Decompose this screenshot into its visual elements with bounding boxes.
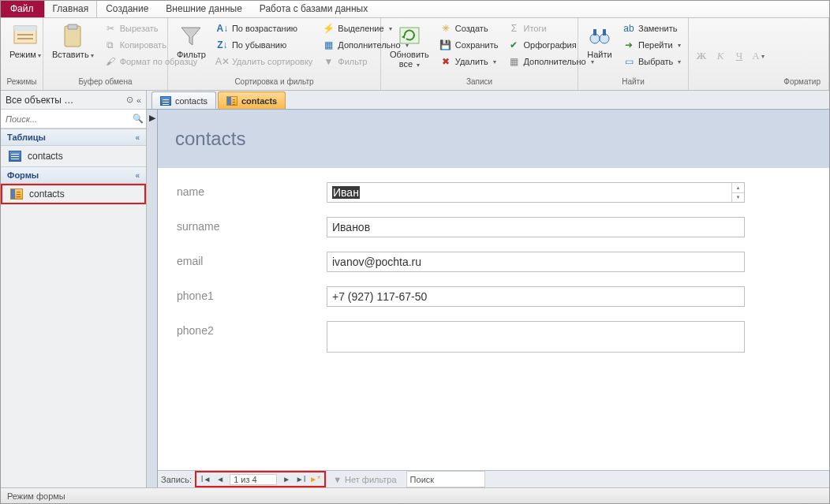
svg-marker-6: [181, 28, 200, 45]
funnel-small-icon: ▼: [322, 55, 335, 68]
delete-icon: ✖: [439, 55, 452, 68]
table-icon: [9, 151, 21, 162]
record-position-input[interactable]: 1 из 4: [230, 474, 277, 485]
collapse-icon: «: [135, 133, 140, 142]
document-tabs: contacts contacts: [147, 91, 829, 110]
sort-desc-button[interactable]: Z↓По убыванию: [213, 37, 316, 53]
nav-item-table-contacts[interactable]: contacts: [1, 146, 146, 166]
field-label-surname: surname: [177, 217, 327, 233]
search-icon[interactable]: 🔍: [130, 114, 146, 124]
clear-sort-button[interactable]: A✕Удалить сортировку: [213, 54, 316, 69]
funnel-icon: [178, 23, 204, 48]
nav-group-tables[interactable]: Таблицы «: [1, 129, 146, 146]
field-input-phone2[interactable]: [327, 321, 745, 353]
record-navigation-bar: Запись: I◄ ◄ 1 из 4 ► ►I ►* ▼ Нет фильтр…: [158, 470, 829, 487]
clear-sort-label: Удалить сортировку: [232, 57, 312, 66]
field-label-phone1: phone1: [177, 286, 327, 302]
no-filter-indicator[interactable]: ▼ Нет фильтра: [326, 471, 402, 487]
spin-down-icon[interactable]: ▼: [732, 193, 744, 203]
toggle-filter-label: Фильтр: [338, 57, 367, 66]
spin-up-icon[interactable]: ▲: [732, 183, 744, 193]
bold-button[interactable]: Ж: [694, 48, 709, 64]
refresh-all-button[interactable]: Обновитьвсе ▾: [386, 21, 433, 73]
delete-record-button[interactable]: ✖Удалить▾: [436, 54, 502, 69]
field-input-email[interactable]: ivanov@pochta.ru: [327, 252, 745, 272]
field-input-surname[interactable]: Иванов: [327, 217, 745, 237]
field-input-name[interactable]: Иван ▲▼: [327, 182, 745, 203]
nav-next-button[interactable]: ►: [280, 475, 293, 483]
advanced-icon: ▦: [322, 39, 335, 51]
filter-button[interactable]: Фильтр: [173, 21, 210, 62]
sort-desc-label: По убыванию: [232, 40, 286, 50]
nav-first-button[interactable]: I◄: [200, 475, 212, 483]
svg-rect-2: [17, 34, 33, 35]
dropdown-icon: ▾: [91, 52, 94, 59]
no-filter-label: Нет фильтра: [345, 475, 397, 484]
spelling-label: Орфография: [523, 40, 576, 50]
refresh-icon: [397, 23, 422, 48]
nav-title[interactable]: Все объекты …: [6, 95, 123, 106]
replace-label: Заменить: [638, 24, 677, 33]
view-mode-label: Режим: [9, 50, 36, 59]
nav-group-forms[interactable]: Формы «: [1, 166, 146, 184]
italic-button[interactable]: К: [712, 48, 728, 64]
replace-button[interactable]: abЗаменить: [619, 21, 684, 36]
copy-label: Копировать: [120, 40, 166, 50]
doc-tab-table-contacts[interactable]: contacts: [151, 91, 216, 109]
nav-item-form-contacts[interactable]: contacts: [1, 184, 146, 204]
select-label: Выбрать: [638, 57, 673, 66]
goto-button[interactable]: ➜Перейти▾: [619, 37, 684, 53]
binoculars-icon: [587, 23, 612, 48]
save-record-button[interactable]: 💾Сохранить: [436, 37, 502, 53]
nav-menu-dropdown-icon[interactable]: ⊙: [126, 95, 133, 105]
group-records-label: Записи: [386, 77, 573, 88]
field-label-name: name: [177, 182, 327, 198]
form-icon: [10, 189, 23, 200]
font-color-button[interactable]: A▾: [750, 48, 766, 64]
find-button[interactable]: Найти: [583, 21, 616, 62]
record-label: Запись:: [158, 471, 195, 487]
underline-button[interactable]: Ч: [731, 48, 747, 64]
new-record-button[interactable]: ✳Создать: [436, 21, 502, 36]
goto-label: Перейти: [638, 40, 673, 50]
view-mode-button[interactable]: Режим▾: [6, 21, 45, 63]
record-search-input[interactable]: Поиск: [406, 471, 485, 487]
sort-asc-button[interactable]: A↓По возрастанию: [213, 21, 316, 36]
nav-new-button[interactable]: ►*: [308, 475, 321, 483]
sort-desc-icon: Z↓: [216, 39, 229, 51]
status-text: Режим формы: [7, 491, 65, 501]
form-view-icon: [13, 23, 38, 48]
delete-record-label: Удалить: [455, 57, 488, 66]
nav-search-input[interactable]: [1, 114, 130, 124]
doc-tab-form-contacts[interactable]: contacts: [218, 91, 286, 109]
tab-db-tools[interactable]: Работа с базами данных: [251, 0, 376, 17]
svg-rect-1: [14, 26, 36, 31]
copy-icon: ⧉: [104, 39, 117, 51]
nav-item-label: contacts: [28, 151, 63, 162]
dropdown-icon: ▾: [678, 42, 681, 49]
nav-prev-button[interactable]: ◄: [214, 475, 226, 483]
clear-sort-icon: A✕: [216, 55, 229, 68]
file-tab[interactable]: Файл: [1, 0, 44, 17]
tab-external-data[interactable]: Внешние данные: [157, 0, 251, 17]
select-button[interactable]: ▭Выбрать▾: [619, 54, 684, 69]
svg-rect-11: [593, 29, 596, 35]
dropdown-icon: ▾: [38, 52, 41, 59]
field-input-phone1[interactable]: +7 (927) 117-67-50: [327, 286, 745, 307]
record-selector[interactable]: ▶: [147, 110, 158, 487]
sort-asc-icon: A↓: [216, 22, 229, 35]
dropdown-icon: ▾: [417, 62, 420, 69]
form-header-title: contacts: [158, 110, 829, 168]
tab-create[interactable]: Создание: [97, 0, 157, 17]
field-spinner[interactable]: ▲▼: [731, 183, 744, 202]
nav-collapse-icon[interactable]: «: [136, 95, 141, 105]
scissors-icon: ✂: [104, 22, 117, 35]
new-record-label: Создать: [455, 24, 488, 33]
dropdown-icon: ▾: [678, 58, 681, 65]
field-label-phone2: phone2: [177, 321, 327, 337]
more-records-label: Дополнительно: [523, 57, 585, 66]
paste-button[interactable]: Вставить▾: [48, 21, 98, 63]
nav-last-button[interactable]: ►I: [294, 475, 307, 483]
new-icon: ✳: [439, 22, 452, 35]
tab-home[interactable]: Главная: [44, 0, 98, 17]
